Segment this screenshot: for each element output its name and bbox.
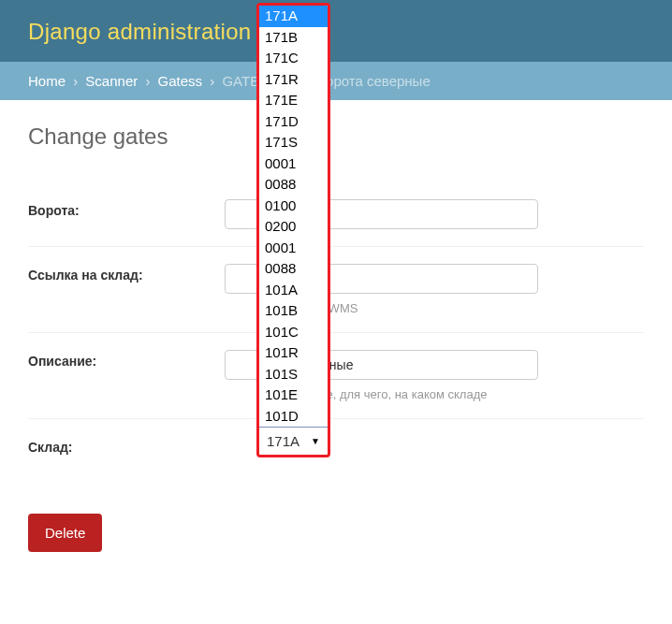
sklad-option[interactable]: 101D [259, 406, 328, 428]
sklad-option[interactable]: 0200 [259, 216, 328, 238]
sklad-option[interactable]: 0088 [259, 174, 328, 196]
chevron-down-icon: ▼ [311, 436, 320, 446]
sklad-option[interactable]: 171S [259, 132, 328, 153]
breadcrumb-model[interactable]: Gatess [158, 73, 203, 89]
sklad-option[interactable]: 171C [259, 48, 328, 69]
breadcrumb: Home › Scanner › Gatess › GATES 171A : В… [0, 62, 672, 100]
row-opisanie: Описание: XXXXXXXXXот, где, для чего, на… [28, 333, 644, 419]
breadcrumb-sep: › [73, 73, 78, 89]
sklad-option[interactable]: 101B [259, 300, 328, 322]
row-sklad: Склад: [28, 419, 644, 472]
submit-row: Delete [28, 514, 644, 552]
sklad-option[interactable]: 171A [259, 6, 328, 27]
breadcrumb-app[interactable]: Scanner [85, 73, 138, 89]
sklad-option[interactable]: 0001 [259, 153, 328, 175]
sklad-option[interactable]: 0100 [259, 196, 328, 217]
delete-button[interactable]: Delete [28, 514, 102, 552]
sklad-option[interactable]: 171D [259, 111, 328, 133]
sklad-option[interactable]: 0088 [259, 258, 328, 280]
label-sklad: Склад: [28, 436, 225, 455]
sklad-select[interactable]: 171A ▼ [259, 427, 328, 455]
sklad-option[interactable]: 171R [259, 69, 328, 91]
sklad-option[interactable]: 0001 [259, 238, 328, 259]
sklad-option[interactable]: 101S [259, 364, 328, 385]
site-title: Django administration [28, 19, 644, 45]
sklad-option[interactable]: 101A [259, 280, 328, 301]
content: Change gates Ворота: Ссылка на склад: XX… [0, 100, 672, 580]
sklad-listbox[interactable]: 171A171B171C171R171E171D171S000100880100… [259, 6, 328, 427]
breadcrumb-sep: › [145, 73, 150, 89]
page-title: Change gates [28, 123, 644, 150]
sklad-option[interactable]: 171E [259, 90, 328, 111]
row-link-sklad: Ссылка на склад: XXXXXXXXXадов WMS [28, 247, 644, 333]
label-vorota: Ворота: [28, 199, 225, 218]
row-vorota: Ворота: [28, 182, 644, 247]
breadcrumb-sep: › [210, 73, 214, 89]
label-opisanie: Описание: [28, 350, 225, 369]
label-link-sklad: Ссылка на склад: [28, 264, 225, 283]
sklad-option[interactable]: 101E [259, 385, 328, 406]
highlight-box: 171A171B171C171R171E171D171S000100880100… [256, 3, 330, 457]
sklad-option[interactable]: 171B [259, 27, 328, 49]
sklad-option[interactable]: 101R [259, 342, 328, 364]
sklad-option[interactable]: 101C [259, 322, 328, 343]
sklad-selected-value: 171A [267, 433, 299, 449]
breadcrumb-home[interactable]: Home [28, 73, 66, 89]
admin-header: Django administration [0, 0, 672, 62]
sklad-dropdown-open: 171A171B171C171R171E171D171S000100880100… [256, 3, 330, 457]
